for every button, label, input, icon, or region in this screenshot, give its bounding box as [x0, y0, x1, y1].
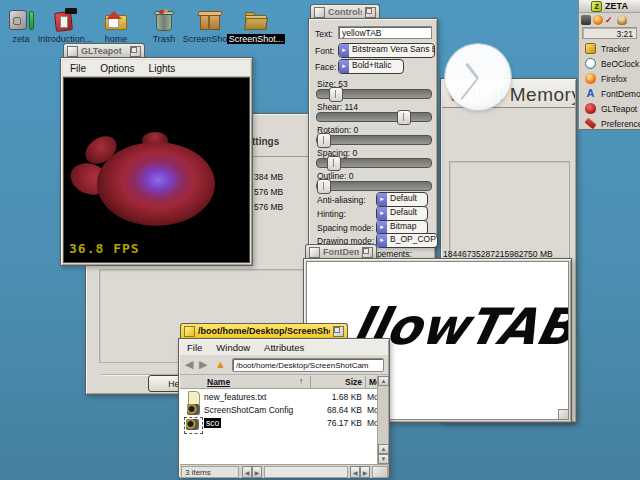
shear-slider-label: Shear: 114: [317, 102, 358, 112]
close-icon[interactable]: [184, 326, 195, 337]
fontdemo-title: FontDemo: [323, 247, 359, 257]
spacing-mode-label: Spacing mode:: [317, 223, 374, 233]
deskbar-header[interactable]: Z ZETA: [579, 0, 640, 13]
settings-heading-fragment: ttings: [252, 136, 279, 147]
column-size[interactable]: Size: [316, 377, 362, 387]
shear-slider[interactable]: [316, 112, 432, 122]
zoom-icon[interactable]: [333, 326, 344, 337]
resize-corner[interactable]: [372, 466, 388, 478]
up-icon[interactable]: ▲: [215, 358, 226, 370]
tray-monitor-icon[interactable]: [581, 15, 591, 25]
desktop-icon-screenshot-folder[interactable]: ScreenShot...: [228, 8, 284, 44]
horizontal-scrollbar[interactable]: [264, 466, 348, 478]
sort-arrow-icon[interactable]: ↑: [299, 377, 303, 386]
controls-tab[interactable]: Controls: [310, 4, 380, 19]
slider-thumb[interactable]: [317, 133, 331, 148]
scroll-up-icon[interactable]: ▲: [378, 376, 389, 386]
fontdemo-tab[interactable]: FontDemo: [305, 244, 377, 259]
column-name[interactable]: Name: [207, 377, 230, 387]
deskbar-item-beoclock[interactable]: BeOClock: [579, 56, 640, 71]
close-icon[interactable]: [314, 7, 325, 18]
glteapot-tab[interactable]: GLTeapot: [63, 43, 145, 58]
deskbar-item-fontdemo[interactable]: A FontDemo: [579, 86, 640, 101]
back-icon[interactable]: ◀: [185, 358, 193, 371]
zoom-icon[interactable]: [362, 247, 373, 258]
close-icon[interactable]: [67, 46, 78, 57]
deskbar-item-preferences[interactable]: Preferences: [579, 116, 640, 131]
deskbar-item-tracker[interactable]: Tracker: [579, 41, 640, 56]
popup-arrow-icon: ▸: [377, 234, 387, 247]
scroll-right-icon[interactable]: ▶: [360, 466, 370, 478]
vertical-scrollbar[interactable]: ▲ ▲ ▼: [377, 376, 388, 464]
close-icon[interactable]: [309, 247, 320, 258]
tracker-menubar: File Window Attributes: [180, 340, 388, 356]
spacing-slider[interactable]: [316, 158, 432, 168]
menu-options[interactable]: Options: [100, 63, 134, 74]
box-icon: [196, 8, 224, 32]
forward-icon[interactable]: ▶: [199, 358, 207, 371]
tracker-navbar: ◀ ▶ ▲: [180, 355, 388, 375]
deskbar-item-firefox[interactable]: Firefox: [579, 71, 640, 86]
text-input[interactable]: [338, 26, 432, 39]
resize-corner[interactable]: [558, 409, 569, 420]
tracker-tab[interactable]: /boot/home/Desktop/ScreenShotCam: [180, 323, 348, 338]
file-name-editing[interactable]: sco: [204, 418, 221, 428]
deskbar-item-glteapot[interactable]: GLTeapot: [579, 101, 640, 116]
scroll-right-icon[interactable]: ▶: [252, 466, 262, 478]
hinting-popup[interactable]: ▸ Default: [376, 206, 428, 221]
beoclock-widget[interactable]: [445, 44, 511, 110]
font-popup[interactable]: ▸ Bitstream Vera Sans Bold I: [338, 43, 435, 58]
zeta-disk-icon: [7, 8, 35, 32]
tray-firefox-icon[interactable]: [593, 15, 603, 25]
deskbar-item-label: Firefox: [601, 74, 627, 84]
size-slider[interactable]: [316, 89, 432, 99]
menu-attributes[interactable]: Attributes: [264, 342, 304, 353]
firefox-icon: [585, 73, 596, 84]
table-row[interactable]: ScreenShotCam Config 68.64 KB Mon: [180, 404, 377, 417]
folder-icon: [242, 8, 270, 32]
scroll-up-icon[interactable]: ▲: [378, 444, 389, 454]
antialiasing-popup[interactable]: ▸ Default: [376, 192, 428, 207]
scroll-left-icon[interactable]: ◀: [350, 466, 360, 478]
zoom-icon[interactable]: [365, 7, 376, 18]
tray-person-icon[interactable]: [617, 15, 627, 25]
file-modified: Mon: [367, 418, 377, 428]
menu-file[interactable]: File: [187, 342, 202, 353]
menu-lights[interactable]: Lights: [149, 63, 176, 74]
glteapot-title: GLTeapot: [81, 46, 122, 56]
table-row-selected[interactable]: sco 76.17 KB Mon: [180, 417, 377, 435]
menu-file[interactable]: File: [70, 63, 86, 74]
deskbar-clock[interactable]: 3:21: [582, 27, 637, 39]
path-input[interactable]: [232, 358, 384, 372]
tray-checkmark-icon[interactable]: ✓: [605, 15, 615, 25]
rotation-slider[interactable]: [316, 135, 432, 145]
deskbar-tray: ✓: [581, 15, 639, 26]
desktop-icon-introduction[interactable]: Introduction...: [37, 8, 93, 44]
face-popup[interactable]: ▸ Bold+Italic: [338, 59, 404, 74]
teapot-body: [97, 142, 215, 226]
column-divider[interactable]: [365, 376, 366, 389]
table-row[interactable]: new_features.txt 1.68 KB Mon: [180, 391, 377, 404]
tracker-title: /boot/home/Desktop/ScreenShotCam: [198, 326, 330, 336]
slider-thumb[interactable]: [329, 87, 343, 102]
outline-slider[interactable]: [316, 181, 432, 191]
glteapot-viewport[interactable]: 36.8 FPS: [63, 77, 250, 263]
desktop-icon-label-selected: ScreenShot...: [227, 34, 286, 44]
file-name: ScreenShotCam Config: [204, 405, 293, 415]
scroll-left-icon[interactable]: ◀: [242, 466, 252, 478]
camera-app-icon: [187, 404, 200, 415]
menu-window[interactable]: Window: [216, 342, 250, 353]
introduction-document-icon: [51, 8, 79, 32]
slider-thumb[interactable]: [317, 179, 331, 194]
scroll-down-icon[interactable]: ▼: [378, 454, 389, 464]
slider-thumb[interactable]: [327, 156, 341, 171]
popup-arrow-icon: ▸: [377, 193, 387, 206]
popup-arrow-icon: ▸: [339, 60, 349, 73]
controls-window: Text: Font: ▸ Bitstream Vera Sans Bold I…: [308, 18, 438, 247]
column-divider[interactable]: [310, 376, 311, 389]
slider-thumb[interactable]: [397, 110, 411, 125]
tracker-file-list: new_features.txt 1.68 KB Mon ScreenShotC…: [180, 389, 377, 464]
drawing-mode-value: B_OP_COPY: [387, 234, 437, 247]
zoom-icon[interactable]: [130, 46, 141, 57]
drawing-mode-popup[interactable]: ▸ B_OP_COPY: [376, 233, 438, 248]
